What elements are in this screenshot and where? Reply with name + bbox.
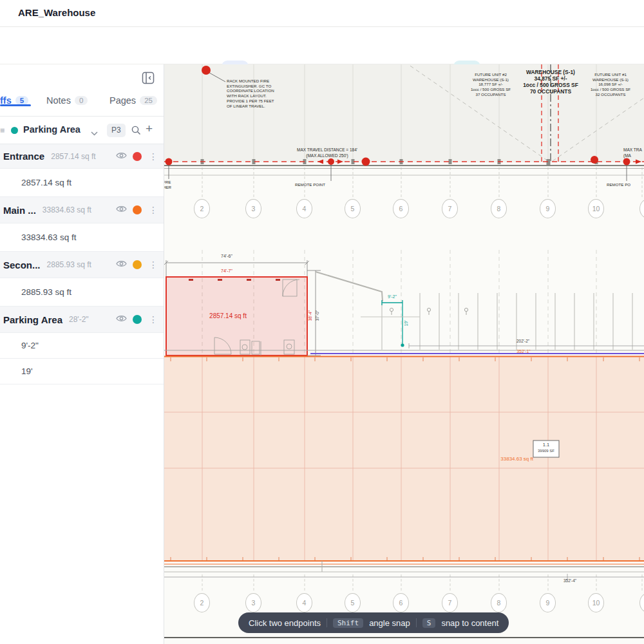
max-travel-note: MAX TRAVEL DISTANCE = 184'(MAX ALLOWED 2… <box>297 147 357 158</box>
dimension-line-top <box>164 260 309 277</box>
grid-bubble: 6 <box>393 199 409 218</box>
tab-notes[interactable]: Notes 0 <box>46 95 88 106</box>
grid-bubble: 5 <box>345 593 361 612</box>
takeoff-row-secondary[interactable]: Secon... 2885.93 sq ft ⋮ <box>0 252 164 278</box>
tab-count-badge: 5 <box>15 96 28 105</box>
site-pin-symbols <box>390 308 468 315</box>
takeoff-value: 33834.63 sq ft <box>43 205 116 214</box>
takeoff-row-parking-area[interactable]: Parking Area 28'-2" ⋮ <box>0 307 164 333</box>
measurement-value: 2857.14 sq ft <box>21 178 71 187</box>
takeoff-name: Secon... <box>3 260 41 270</box>
grid-bubble: 9 <box>540 593 556 612</box>
takeoff-group-row[interactable]: ≡ Parking Area P3 + <box>0 117 164 144</box>
parking-endpoint-dot <box>401 343 404 346</box>
dim-37-0: 37'-0" <box>314 310 320 321</box>
color-dot[interactable] <box>133 260 142 269</box>
document-title: ARE_Warehouse <box>18 7 95 18</box>
kebab-menu-icon[interactable]: ⋮ <box>149 153 158 160</box>
grid-bubble: 7 <box>442 199 458 218</box>
grid-bubble: 2 <box>194 593 210 612</box>
measurement-value: 19' <box>21 366 33 376</box>
bubble-connectors-top <box>202 167 642 198</box>
tab-pages[interactable]: Pages 25 <box>109 95 157 106</box>
color-dot[interactable] <box>133 152 142 161</box>
sidebar-tabs: ffs 5 Notes 0 Pages 25 <box>0 91 164 116</box>
search-icon[interactable] <box>131 125 141 137</box>
grid-bubble: 10 <box>588 593 604 612</box>
fire-extinguisher-note: RACK MOUNTED FIREEXTINGUISHER. GC TOCOOR… <box>227 79 274 108</box>
toast-message: Click two endpoints <box>249 618 321 628</box>
tab-count-badge: 25 <box>140 96 157 105</box>
canopy-roofline <box>316 272 383 301</box>
tab-label: Pages <box>109 95 136 106</box>
takeoff-value: 28'-2" <box>69 315 116 324</box>
grid-bubble: 3 <box>245 199 261 218</box>
warehouse-main-label: WAREHOUSE (S-1)34,875 SF +/-1occ / 500 G… <box>523 69 578 95</box>
measurement-row[interactable]: 33834.63 sq ft <box>0 223 164 252</box>
active-tab-underline <box>0 104 31 106</box>
entrance-area-label: 2857.14 sq ft <box>209 312 247 319</box>
visibility-eye-icon[interactable] <box>116 205 127 215</box>
measurement-value: 2885.93 sq ft <box>21 287 71 297</box>
group-name: Parking Area <box>23 124 80 135</box>
takeoff-row-main[interactable]: Main ... 33834.63 sq ft ⋮ <box>0 197 164 223</box>
takeoff-name: Entrance <box>3 151 44 162</box>
s-key-badge: S <box>422 618 436 628</box>
measurement-row[interactable]: 2885.93 sq ft <box>0 278 164 307</box>
title-bar: ARE_Warehouse <box>0 0 644 27</box>
measurement-row[interactable]: 2857.14 sq ft <box>0 169 164 197</box>
kebab-menu-icon[interactable]: ⋮ <box>149 261 158 268</box>
parking-depth-label: 19' <box>404 320 409 326</box>
dim-202-2: 202'-2" <box>516 338 529 344</box>
kebab-menu-icon[interactable]: ⋮ <box>149 207 158 213</box>
sidebar-header: ffs 5 Notes 0 Pages 25 <box>0 64 164 117</box>
tab-takeoffs[interactable]: ffs 5 <box>0 95 28 106</box>
color-dot[interactable] <box>133 315 142 324</box>
grid-bubble: 7 <box>442 593 458 612</box>
grid-bubble: 6 <box>393 593 409 612</box>
takeoff-name: Parking Area <box>3 314 62 325</box>
clipped-callout-text: FREHER <box>164 180 171 189</box>
tab-label: Notes <box>46 95 71 106</box>
remote-point-label-partial: REMOTE PO <box>607 182 630 187</box>
group-color-dot <box>11 127 18 134</box>
toast-hint-label: snap to content <box>441 618 498 628</box>
dim-38-4-markup: 38'-4" <box>307 310 313 321</box>
visibility-eye-icon[interactable] <box>116 314 127 325</box>
dim-352-1-markup: 352'-1" <box>516 349 531 354</box>
takeoff-value: 2857.14 sq ft <box>51 152 116 161</box>
max-travel-note-partial: MAX TRA(MA <box>623 147 642 158</box>
dimension-line-mid <box>409 343 644 348</box>
remote-point-label: REMOTE POINT <box>295 182 325 187</box>
parking-takeoff-lines[interactable] <box>382 300 402 345</box>
visibility-eye-icon[interactable] <box>116 260 127 270</box>
dim-352-4: 352'-4" <box>564 578 576 583</box>
collapse-panel-icon[interactable] <box>142 71 155 84</box>
add-takeoff-icon[interactable]: + <box>146 124 153 134</box>
takeoff-value: 2885.93 sq ft <box>47 260 116 269</box>
main-takeoff-region[interactable] <box>164 356 644 561</box>
takeoff-name: Main ... <box>3 205 36 216</box>
grid-bubble: 3 <box>245 593 261 612</box>
main-area-label: 33834.63 sq ft <box>486 456 533 462</box>
measurement-row[interactable]: 9'-2" <box>0 333 164 359</box>
shift-key-badge: Shift <box>333 618 363 628</box>
color-dot[interactable] <box>133 205 142 214</box>
drag-handle-icon[interactable]: ≡ <box>0 126 5 135</box>
unit-tag-sf: 39909 SF <box>538 449 554 453</box>
grid-bubble: 4 <box>296 199 312 218</box>
parking-width-label: 9'-2" <box>388 294 397 299</box>
grid-bubble: 9 <box>540 199 556 218</box>
chevron-down-icon[interactable] <box>91 128 98 138</box>
grid-bubble: 4 <box>296 593 312 612</box>
takeoff-sidebar: ffs 5 Notes 0 Pages 25 ≡ Parking Area <box>0 64 164 644</box>
visibility-eye-icon[interactable] <box>116 151 127 162</box>
measurement-row[interactable]: 19' <box>0 359 164 384</box>
page-badge[interactable]: P3 <box>107 124 126 137</box>
unit-tag-number: 1.1 <box>543 442 549 448</box>
kebab-menu-icon[interactable]: ⋮ <box>149 316 158 323</box>
takeoff-row-entrance[interactable]: Entrance 2857.14 sq ft ⋮ <box>0 144 164 169</box>
measurement-value: 9'-2" <box>21 341 39 350</box>
floor-plan-svg <box>164 64 644 644</box>
drawing-canvas[interactable]: RACK MOUNTED FIREEXTINGUISHER. GC TOCOOR… <box>164 64 644 644</box>
